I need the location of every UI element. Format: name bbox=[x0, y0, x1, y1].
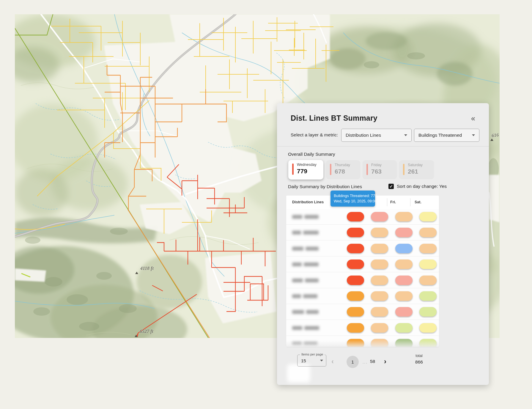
table-row[interactable] bbox=[286, 336, 439, 347]
items-per-page-value: 15 bbox=[301, 358, 317, 363]
chevron-down-icon bbox=[404, 134, 407, 136]
heatmap-cell-peach[interactable] bbox=[371, 276, 388, 285]
table-row[interactable] bbox=[286, 320, 439, 336]
tooltip-date-line: Wed, Sep 10, 2025, 09:00 bbox=[334, 199, 372, 204]
heatmap-tooltip: Buildings Threatened: 779 Wed, Sep 10, 2… bbox=[330, 191, 375, 207]
pagination-ellipsis: ... bbox=[363, 360, 368, 364]
distribution-line-name-redacted bbox=[292, 310, 319, 314]
heatmap-cell-peach[interactable] bbox=[395, 212, 413, 221]
heatmap-cell-blue[interactable] bbox=[395, 244, 413, 253]
distribution-lines-table: Distribution Lines Fri. Sat. bbox=[286, 196, 439, 347]
distribution-line-name-redacted bbox=[292, 247, 319, 251]
distribution-line-name-redacted bbox=[292, 215, 319, 219]
heatmap-cell-red[interactable] bbox=[347, 276, 364, 285]
checkbox-checked-icon[interactable]: ✓ bbox=[388, 184, 394, 189]
heatmap-cell-orange[interactable] bbox=[347, 323, 364, 333]
heatmap-cell-peach[interactable] bbox=[371, 228, 388, 237]
metric-select[interactable]: Buildings Threatened bbox=[414, 129, 479, 142]
heatmap-cell-peach[interactable] bbox=[371, 323, 388, 333]
day-card-bar bbox=[366, 164, 368, 175]
sort-on-day-change-checkbox[interactable]: ✓ Sort on day change: Yes bbox=[388, 184, 447, 189]
heatmap-cell-peach[interactable] bbox=[371, 259, 388, 269]
table-row[interactable] bbox=[286, 225, 439, 240]
table-row[interactable] bbox=[286, 257, 439, 272]
heatmap-cell-paleyellow[interactable] bbox=[419, 212, 437, 221]
bt-summary-panel: Dist. Lines BT Summary « Select a layer … bbox=[277, 103, 489, 385]
metric-select-value: Buildings Threatened bbox=[418, 133, 469, 138]
heatmap-cell-lightgreen[interactable] bbox=[419, 339, 437, 347]
layer-select[interactable]: Distribution Lines bbox=[341, 129, 412, 142]
heatmap-cell-peach[interactable] bbox=[371, 339, 388, 347]
day-card-label: Saturday bbox=[408, 163, 423, 167]
heatmap-cell-paleyellow[interactable] bbox=[419, 259, 437, 269]
heatmap-cell-salmon[interactable] bbox=[395, 228, 413, 237]
tooltip-metric-line: Buildings Threatened: 779 bbox=[334, 193, 372, 199]
heatmap-cell-red[interactable] bbox=[347, 228, 364, 237]
heatmap-cell-peach[interactable] bbox=[419, 228, 437, 237]
table-row[interactable] bbox=[286, 209, 439, 225]
day-summary-cards: Wednesday779Thursday678Friday763Saturday… bbox=[288, 160, 479, 181]
day-card-label: Wednesday bbox=[297, 163, 317, 167]
last-page-button[interactable]: 58 bbox=[370, 359, 375, 364]
daily-summary-heading: Daily Summary by Distribution Lines bbox=[288, 184, 362, 189]
heatmap-cell-salmon[interactable] bbox=[371, 212, 388, 221]
heatmap-cell-peach[interactable] bbox=[395, 291, 413, 301]
heatmap-cell-salmon[interactable] bbox=[395, 307, 413, 317]
table-row[interactable] bbox=[286, 273, 439, 288]
heatmap-cell-lightgreen[interactable] bbox=[419, 291, 437, 301]
heatmap-cell-salmon[interactable] bbox=[395, 276, 413, 285]
chevron-down-icon bbox=[320, 360, 323, 361]
next-page-button[interactable]: › bbox=[384, 358, 386, 365]
column-header-sat: Sat. bbox=[415, 200, 421, 204]
peak-icon bbox=[490, 139, 493, 141]
day-card-value: 261 bbox=[408, 168, 418, 175]
heatmap-cell-orange[interactable] bbox=[347, 307, 364, 317]
distribution-line-name-redacted bbox=[292, 342, 317, 346]
column-separator bbox=[410, 198, 410, 206]
table-row[interactable] bbox=[286, 288, 439, 304]
heatmap-cell-paleyellow[interactable] bbox=[419, 323, 437, 333]
table-row[interactable] bbox=[286, 304, 439, 320]
heatmap-cell-peach[interactable] bbox=[371, 244, 388, 253]
heatmap-cell-peach[interactable] bbox=[371, 291, 388, 301]
items-per-page-select[interactable]: Items per page 15 bbox=[297, 355, 326, 366]
heatmap-cell-sage[interactable] bbox=[395, 339, 413, 347]
table-row[interactable] bbox=[286, 241, 439, 257]
day-card-thursday[interactable]: Thursday678 bbox=[326, 160, 360, 179]
elevation-label: 4118 ft bbox=[140, 266, 154, 271]
distribution-line-name-redacted bbox=[292, 294, 317, 298]
day-card-label: Thursday bbox=[335, 163, 350, 167]
distribution-line-name-redacted bbox=[292, 262, 319, 266]
distribution-line-name-redacted bbox=[292, 279, 319, 282]
heatmap-cell-peach[interactable] bbox=[371, 307, 388, 317]
total-value: 866 bbox=[407, 359, 431, 365]
elevation-label: 6527 ft bbox=[140, 329, 153, 334]
previous-page-button[interactable]: ‹ bbox=[331, 358, 334, 365]
heatmap-cell-peach[interactable] bbox=[419, 244, 437, 253]
column-header-distribution-lines: Distribution Lines bbox=[292, 200, 324, 204]
items-per-page-label: Items per page bbox=[300, 353, 325, 356]
heatmap-cell-red[interactable] bbox=[347, 259, 364, 269]
distribution-line-name-redacted bbox=[292, 231, 319, 235]
column-header-fri: Fri. bbox=[390, 200, 396, 204]
heatmap-cell-lightgreen[interactable] bbox=[395, 323, 413, 333]
distribution-line-name-redacted bbox=[292, 326, 319, 330]
day-card-friday[interactable]: Friday763 bbox=[363, 160, 397, 179]
blur-smear bbox=[287, 364, 310, 383]
heatmap-cell-red[interactable] bbox=[347, 212, 364, 221]
heatmap-cell-orange[interactable] bbox=[347, 339, 364, 347]
heatmap-cell-lightgreen[interactable] bbox=[419, 307, 437, 317]
heatmap-cell-red[interactable] bbox=[347, 244, 364, 253]
day-card-wednesday[interactable]: Wednesday779 bbox=[288, 160, 323, 180]
current-page-button[interactable]: 1 bbox=[347, 356, 359, 368]
day-card-saturday[interactable]: Saturday261 bbox=[399, 160, 434, 179]
chevron-down-icon bbox=[472, 134, 475, 136]
day-card-value: 678 bbox=[335, 168, 345, 175]
collapse-panel-icon[interactable]: « bbox=[468, 114, 478, 123]
sort-checkbox-label: Sort on day change: Yes bbox=[397, 184, 447, 189]
heatmap-cell-peach[interactable] bbox=[419, 276, 437, 285]
heatmap-cell-peach[interactable] bbox=[395, 259, 413, 269]
layer-metric-label: Select a layer & metric: bbox=[291, 132, 338, 138]
day-card-bar bbox=[292, 163, 294, 175]
heatmap-cell-orange[interactable] bbox=[347, 291, 364, 301]
